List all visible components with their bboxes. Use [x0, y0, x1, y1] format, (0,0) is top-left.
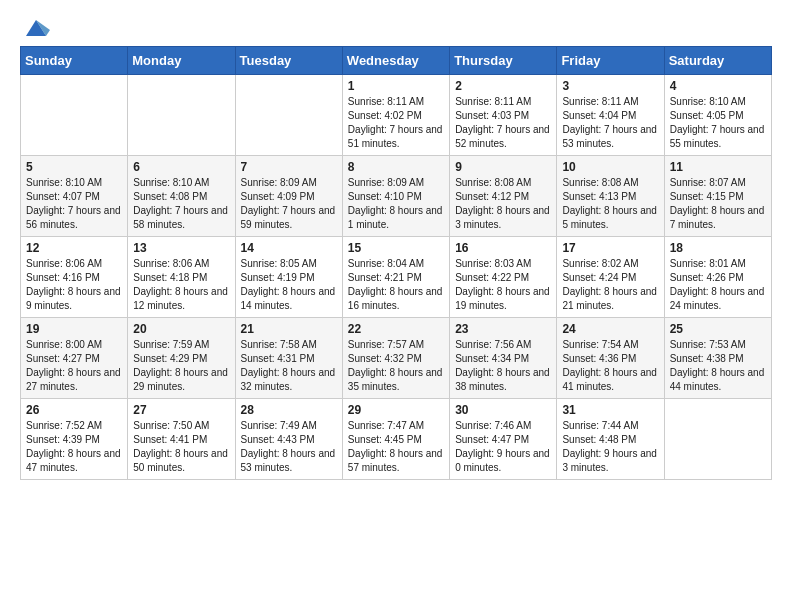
day-info: Sunrise: 7:44 AMSunset: 4:48 PMDaylight:… — [562, 419, 658, 475]
day-number: 1 — [348, 79, 444, 93]
day-cell: 6Sunrise: 8:10 AMSunset: 4:08 PMDaylight… — [128, 156, 235, 237]
day-number: 29 — [348, 403, 444, 417]
day-cell: 18Sunrise: 8:01 AMSunset: 4:26 PMDayligh… — [664, 237, 771, 318]
day-cell: 15Sunrise: 8:04 AMSunset: 4:21 PMDayligh… — [342, 237, 449, 318]
day-number: 25 — [670, 322, 766, 336]
day-info: Sunrise: 8:07 AMSunset: 4:15 PMDaylight:… — [670, 176, 766, 232]
day-info: Sunrise: 7:58 AMSunset: 4:31 PMDaylight:… — [241, 338, 337, 394]
day-cell: 14Sunrise: 8:05 AMSunset: 4:19 PMDayligh… — [235, 237, 342, 318]
day-info: Sunrise: 7:47 AMSunset: 4:45 PMDaylight:… — [348, 419, 444, 475]
day-cell: 24Sunrise: 7:54 AMSunset: 4:36 PMDayligh… — [557, 318, 664, 399]
day-cell: 8Sunrise: 8:09 AMSunset: 4:10 PMDaylight… — [342, 156, 449, 237]
day-cell: 25Sunrise: 7:53 AMSunset: 4:38 PMDayligh… — [664, 318, 771, 399]
day-info: Sunrise: 7:54 AMSunset: 4:36 PMDaylight:… — [562, 338, 658, 394]
day-info: Sunrise: 7:56 AMSunset: 4:34 PMDaylight:… — [455, 338, 551, 394]
day-cell: 21Sunrise: 7:58 AMSunset: 4:31 PMDayligh… — [235, 318, 342, 399]
day-number: 15 — [348, 241, 444, 255]
week-row-2: 5Sunrise: 8:10 AMSunset: 4:07 PMDaylight… — [21, 156, 772, 237]
day-number: 9 — [455, 160, 551, 174]
weekday-header-friday: Friday — [557, 47, 664, 75]
day-cell: 3Sunrise: 8:11 AMSunset: 4:04 PMDaylight… — [557, 75, 664, 156]
day-cell: 4Sunrise: 8:10 AMSunset: 4:05 PMDaylight… — [664, 75, 771, 156]
day-number: 18 — [670, 241, 766, 255]
day-number: 20 — [133, 322, 229, 336]
day-info: Sunrise: 8:08 AMSunset: 4:12 PMDaylight:… — [455, 176, 551, 232]
day-number: 22 — [348, 322, 444, 336]
day-info: Sunrise: 8:11 AMSunset: 4:03 PMDaylight:… — [455, 95, 551, 151]
day-info: Sunrise: 7:53 AMSunset: 4:38 PMDaylight:… — [670, 338, 766, 394]
day-info: Sunrise: 7:46 AMSunset: 4:47 PMDaylight:… — [455, 419, 551, 475]
day-info: Sunrise: 7:49 AMSunset: 4:43 PMDaylight:… — [241, 419, 337, 475]
day-cell: 30Sunrise: 7:46 AMSunset: 4:47 PMDayligh… — [450, 399, 557, 480]
day-number: 11 — [670, 160, 766, 174]
day-cell: 27Sunrise: 7:50 AMSunset: 4:41 PMDayligh… — [128, 399, 235, 480]
day-info: Sunrise: 8:04 AMSunset: 4:21 PMDaylight:… — [348, 257, 444, 313]
day-info: Sunrise: 8:10 AMSunset: 4:07 PMDaylight:… — [26, 176, 122, 232]
day-number: 4 — [670, 79, 766, 93]
weekday-header-monday: Monday — [128, 47, 235, 75]
day-info: Sunrise: 7:50 AMSunset: 4:41 PMDaylight:… — [133, 419, 229, 475]
day-cell: 29Sunrise: 7:47 AMSunset: 4:45 PMDayligh… — [342, 399, 449, 480]
day-number: 13 — [133, 241, 229, 255]
weekday-header-row: SundayMondayTuesdayWednesdayThursdayFrid… — [21, 47, 772, 75]
day-number: 24 — [562, 322, 658, 336]
day-info: Sunrise: 8:09 AMSunset: 4:10 PMDaylight:… — [348, 176, 444, 232]
day-info: Sunrise: 7:57 AMSunset: 4:32 PMDaylight:… — [348, 338, 444, 394]
day-info: Sunrise: 8:11 AMSunset: 4:02 PMDaylight:… — [348, 95, 444, 151]
day-number: 16 — [455, 241, 551, 255]
day-cell: 7Sunrise: 8:09 AMSunset: 4:09 PMDaylight… — [235, 156, 342, 237]
day-info: Sunrise: 8:00 AMSunset: 4:27 PMDaylight:… — [26, 338, 122, 394]
weekday-header-tuesday: Tuesday — [235, 47, 342, 75]
day-cell: 31Sunrise: 7:44 AMSunset: 4:48 PMDayligh… — [557, 399, 664, 480]
day-info: Sunrise: 7:52 AMSunset: 4:39 PMDaylight:… — [26, 419, 122, 475]
day-number: 17 — [562, 241, 658, 255]
day-info: Sunrise: 8:02 AMSunset: 4:24 PMDaylight:… — [562, 257, 658, 313]
day-number: 23 — [455, 322, 551, 336]
day-info: Sunrise: 7:59 AMSunset: 4:29 PMDaylight:… — [133, 338, 229, 394]
day-cell — [664, 399, 771, 480]
page: SundayMondayTuesdayWednesdayThursdayFrid… — [0, 0, 792, 496]
weekday-header-saturday: Saturday — [664, 47, 771, 75]
week-row-1: 1Sunrise: 8:11 AMSunset: 4:02 PMDaylight… — [21, 75, 772, 156]
day-number: 30 — [455, 403, 551, 417]
day-cell: 9Sunrise: 8:08 AMSunset: 4:12 PMDaylight… — [450, 156, 557, 237]
day-cell: 26Sunrise: 7:52 AMSunset: 4:39 PMDayligh… — [21, 399, 128, 480]
day-info: Sunrise: 8:01 AMSunset: 4:26 PMDaylight:… — [670, 257, 766, 313]
day-info: Sunrise: 8:06 AMSunset: 4:16 PMDaylight:… — [26, 257, 122, 313]
logo-area — [20, 16, 50, 38]
logo-icon — [22, 16, 50, 38]
day-number: 19 — [26, 322, 122, 336]
day-cell — [21, 75, 128, 156]
day-info: Sunrise: 8:05 AMSunset: 4:19 PMDaylight:… — [241, 257, 337, 313]
day-cell: 16Sunrise: 8:03 AMSunset: 4:22 PMDayligh… — [450, 237, 557, 318]
day-number: 12 — [26, 241, 122, 255]
day-number: 14 — [241, 241, 337, 255]
day-cell: 10Sunrise: 8:08 AMSunset: 4:13 PMDayligh… — [557, 156, 664, 237]
day-number: 5 — [26, 160, 122, 174]
day-number: 21 — [241, 322, 337, 336]
day-number: 2 — [455, 79, 551, 93]
day-cell: 28Sunrise: 7:49 AMSunset: 4:43 PMDayligh… — [235, 399, 342, 480]
day-info: Sunrise: 8:06 AMSunset: 4:18 PMDaylight:… — [133, 257, 229, 313]
day-cell: 20Sunrise: 7:59 AMSunset: 4:29 PMDayligh… — [128, 318, 235, 399]
day-info: Sunrise: 8:09 AMSunset: 4:09 PMDaylight:… — [241, 176, 337, 232]
week-row-3: 12Sunrise: 8:06 AMSunset: 4:16 PMDayligh… — [21, 237, 772, 318]
day-number: 7 — [241, 160, 337, 174]
day-number: 26 — [26, 403, 122, 417]
weekday-header-thursday: Thursday — [450, 47, 557, 75]
calendar: SundayMondayTuesdayWednesdayThursdayFrid… — [20, 46, 772, 480]
day-cell — [235, 75, 342, 156]
day-cell: 5Sunrise: 8:10 AMSunset: 4:07 PMDaylight… — [21, 156, 128, 237]
day-number: 3 — [562, 79, 658, 93]
day-info: Sunrise: 8:10 AMSunset: 4:05 PMDaylight:… — [670, 95, 766, 151]
day-cell: 2Sunrise: 8:11 AMSunset: 4:03 PMDaylight… — [450, 75, 557, 156]
day-info: Sunrise: 8:08 AMSunset: 4:13 PMDaylight:… — [562, 176, 658, 232]
day-cell: 1Sunrise: 8:11 AMSunset: 4:02 PMDaylight… — [342, 75, 449, 156]
day-info: Sunrise: 8:10 AMSunset: 4:08 PMDaylight:… — [133, 176, 229, 232]
weekday-header-sunday: Sunday — [21, 47, 128, 75]
day-cell — [128, 75, 235, 156]
week-row-5: 26Sunrise: 7:52 AMSunset: 4:39 PMDayligh… — [21, 399, 772, 480]
day-number: 31 — [562, 403, 658, 417]
day-cell: 13Sunrise: 8:06 AMSunset: 4:18 PMDayligh… — [128, 237, 235, 318]
header — [20, 16, 772, 38]
